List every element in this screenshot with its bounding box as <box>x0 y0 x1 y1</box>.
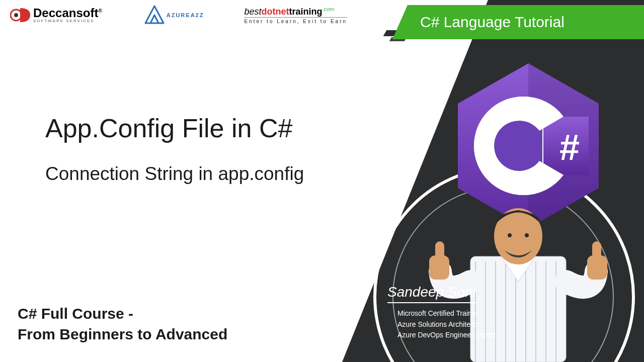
presenter-cred-1: Microsoft Certified Trainer <box>397 308 518 319</box>
bdt-com: .com <box>322 6 334 12</box>
course-line-1: C# Full Course - <box>18 304 227 324</box>
svg-rect-25 <box>435 241 444 261</box>
deccansoft-logo: Deccansoft® SOFTWARE SERVICES <box>10 5 102 25</box>
svg-point-1 <box>14 13 18 17</box>
title-main: App.Config File in C# <box>45 113 304 143</box>
presenter-cred-2: Azure Solutions Architect <box>397 319 518 330</box>
titles: App.Config File in C# Connection String … <box>45 113 304 185</box>
course-tag: C# Full Course - From Beginners to Advan… <box>18 304 227 344</box>
bdt-training: training <box>289 7 322 17</box>
deccansoft-icon <box>10 5 30 25</box>
banner: C# Language Tutorial <box>392 5 644 39</box>
title-sub: Connection String in app.config <box>45 163 304 185</box>
presenter-cred-3: Azure DevOps Engineer Expert <box>397 330 518 341</box>
top-logo-bar: Deccansoft® SOFTWARE SERVICES AZUREA2Z b… <box>10 5 347 25</box>
presenter-name: Sandeep Soni <box>387 284 476 303</box>
bestdotnettraining-logo: bestdotnettraining.com Enter to Learn, E… <box>244 6 347 24</box>
banner-text: C# Language Tutorial <box>420 14 565 31</box>
bdt-dotnet: dotnet <box>261 7 289 17</box>
azurea2z-logo: AZUREA2Z <box>142 5 204 25</box>
course-line-2: From Beginners to Advanced <box>18 324 227 345</box>
svg-text:#: # <box>559 127 580 167</box>
deccansoft-name: Deccansoft <box>33 6 98 20</box>
azurea2z-icon <box>142 5 167 25</box>
svg-point-23 <box>525 233 529 237</box>
presenter-info: Sandeep Soni Microsoft Certified Trainer… <box>357 284 518 341</box>
bdt-tagline: Enter to Learn, Exit to Earn <box>244 17 347 24</box>
deccansoft-sub: SOFTWARE SERVICES <box>33 19 102 23</box>
azurea2z-label: AZUREA2Z <box>167 12 204 18</box>
svg-point-22 <box>508 233 512 237</box>
svg-rect-27 <box>592 241 601 261</box>
bdt-best: best <box>244 7 261 17</box>
